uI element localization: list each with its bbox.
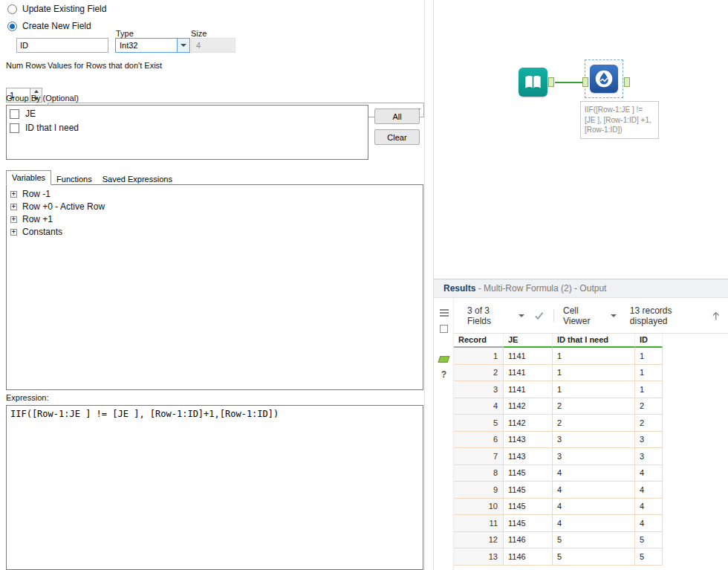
- all-button[interactable]: All: [374, 109, 420, 124]
- column-header-id[interactable]: ID: [635, 334, 663, 348]
- fields-dropdown[interactable]: 3 of 3 Fields: [467, 305, 524, 326]
- table-cell[interactable]: 2: [553, 415, 635, 432]
- table-cell[interactable]: 1: [635, 381, 663, 398]
- record-number-cell[interactable]: 1: [454, 348, 504, 365]
- table-cell[interactable]: 1145: [504, 482, 553, 499]
- table-cell[interactable]: 4: [553, 482, 635, 499]
- record-number-cell[interactable]: 3: [454, 381, 504, 398]
- checkbox-icon[interactable]: [10, 109, 19, 119]
- table-cell[interactable]: 1: [553, 381, 635, 398]
- clear-button[interactable]: Clear: [374, 129, 420, 145]
- output-anchor[interactable]: [548, 77, 554, 87]
- apply-check-icon[interactable]: [533, 311, 545, 321]
- text-input-tool[interactable]: [519, 68, 547, 97]
- tree-expander-icon[interactable]: +: [10, 229, 17, 236]
- table-cell[interactable]: 3: [553, 432, 635, 449]
- update-existing-field-radio[interactable]: Update Existing Field: [7, 4, 106, 14]
- record-number-cell[interactable]: 11: [454, 515, 504, 532]
- table-cell[interactable]: 1141: [504, 365, 553, 382]
- tree-expander-icon[interactable]: +: [10, 204, 17, 210]
- column-header-id-that-i-need[interactable]: ID that I need: [553, 334, 635, 348]
- tree-item-constants[interactable]: + Constants: [7, 226, 423, 238]
- cell-viewer-dropdown[interactable]: Cell Viewer: [563, 305, 617, 326]
- checkbox-icon[interactable]: [10, 123, 19, 133]
- record-number-cell[interactable]: 13: [454, 548, 504, 566]
- alteryx-window: Update Existing Field Create New Field T…: [0, 0, 728, 570]
- column-header-je[interactable]: JE: [504, 334, 553, 348]
- table-cell[interactable]: 1145: [504, 515, 553, 532]
- pop-up-arrow-icon[interactable]: [709, 309, 722, 323]
- table-cell[interactable]: 1: [553, 365, 635, 382]
- create-new-field-radio[interactable]: Create New Field: [7, 21, 91, 31]
- table-cell[interactable]: 1146: [504, 532, 553, 549]
- record-number-cell[interactable]: 8: [454, 465, 504, 482]
- variables-tree-panel[interactable]: + Row -1 + Row +0 - Active Row + Row +1 …: [6, 184, 423, 390]
- record-number-cell[interactable]: 10: [454, 499, 504, 516]
- tree-item-row-plus-1[interactable]: + Row +1: [7, 213, 423, 225]
- output-anchor-icon[interactable]: [434, 356, 454, 363]
- connection-line[interactable]: [555, 82, 582, 83]
- panel-splitter[interactable]: [424, 0, 433, 570]
- table-cell[interactable]: 2: [635, 415, 663, 432]
- group-by-label: Group By (Optional): [6, 94, 79, 103]
- table-cell[interactable]: 1145: [504, 499, 553, 516]
- new-field-name-input[interactable]: [16, 38, 108, 53]
- table-cell[interactable]: 5: [553, 532, 635, 549]
- record-number-cell[interactable]: 6: [454, 432, 504, 449]
- table-cell[interactable]: 1: [635, 365, 663, 382]
- tree-item-row-0-active[interactable]: + Row +0 - Active Row: [7, 201, 423, 213]
- table-cell[interactable]: 1: [553, 348, 635, 365]
- table-cell[interactable]: 4: [553, 499, 635, 516]
- table-cell[interactable]: 3: [635, 448, 663, 465]
- table-cell[interactable]: 4: [635, 499, 663, 516]
- toolbar-divider: [553, 309, 554, 323]
- table-cell[interactable]: 5: [635, 548, 663, 566]
- table-cell[interactable]: 1: [635, 348, 663, 365]
- table-cell[interactable]: 5: [635, 532, 663, 549]
- help-icon[interactable]: ?: [434, 369, 454, 380]
- group-by-item-je[interactable]: JE: [7, 108, 368, 120]
- table-cell[interactable]: 1146: [504, 548, 553, 566]
- record-number-cell[interactable]: 5: [454, 415, 504, 432]
- tab-saved-expressions[interactable]: Saved Expressions: [97, 172, 178, 185]
- tree-expander-icon[interactable]: +: [10, 191, 17, 198]
- table-cell[interactable]: 4: [635, 482, 663, 499]
- table-cell[interactable]: 4: [553, 515, 635, 532]
- input-anchor[interactable]: [582, 77, 588, 87]
- table-cell[interactable]: 3: [635, 432, 663, 449]
- table-cell[interactable]: 1145: [504, 465, 553, 482]
- record-number-cell[interactable]: 4: [454, 398, 504, 415]
- table-cell[interactable]: 3: [553, 448, 635, 465]
- multi-row-formula-tool[interactable]: [590, 65, 618, 93]
- table-cell[interactable]: 2: [553, 398, 635, 415]
- expression-editor[interactable]: IIF([Row-1:JE ] != [JE ], [Row-1:ID]+1,[…: [6, 405, 423, 570]
- record-number-cell[interactable]: 9: [454, 482, 504, 499]
- record-number-cell[interactable]: 2: [454, 365, 504, 382]
- table-cell[interactable]: 1143: [504, 432, 553, 449]
- table-cell[interactable]: 1142: [504, 415, 553, 432]
- table-cell[interactable]: 4: [553, 465, 635, 482]
- group-by-listbox[interactable]: JE ID that I need: [6, 105, 368, 160]
- record-number-cell[interactable]: 7: [454, 448, 504, 465]
- expression-label: Expression:: [6, 393, 48, 402]
- layout-icon[interactable]: [434, 325, 454, 333]
- tree-expander-icon[interactable]: +: [10, 216, 17, 223]
- metadata-list-icon[interactable]: [434, 308, 454, 317]
- table-cell[interactable]: 1141: [504, 348, 553, 365]
- table-cell[interactable]: 1143: [504, 448, 553, 465]
- tree-item-row-minus-1[interactable]: + Row -1: [7, 188, 423, 200]
- table-cell[interactable]: 4: [635, 465, 663, 482]
- workflow-canvas[interactable]: IIF([Row-1:JE ] != [JE ], [Row-1:ID] +1,…: [433, 0, 728, 279]
- column-header-record[interactable]: Record: [454, 334, 504, 348]
- type-dropdown[interactable]: Int32: [115, 38, 190, 53]
- table-cell[interactable]: 1142: [504, 398, 553, 415]
- group-by-item-id-that-i-need[interactable]: ID that I need: [7, 122, 368, 134]
- table-cell[interactable]: 2: [635, 398, 663, 415]
- tab-variables[interactable]: Variables: [6, 170, 51, 185]
- output-anchor[interactable]: [624, 77, 630, 87]
- tab-functions[interactable]: Functions: [51, 172, 97, 185]
- table-cell[interactable]: 5: [553, 548, 635, 566]
- table-cell[interactable]: 4: [635, 515, 663, 532]
- record-number-cell[interactable]: 12: [454, 532, 504, 549]
- table-cell[interactable]: 1141: [504, 381, 553, 398]
